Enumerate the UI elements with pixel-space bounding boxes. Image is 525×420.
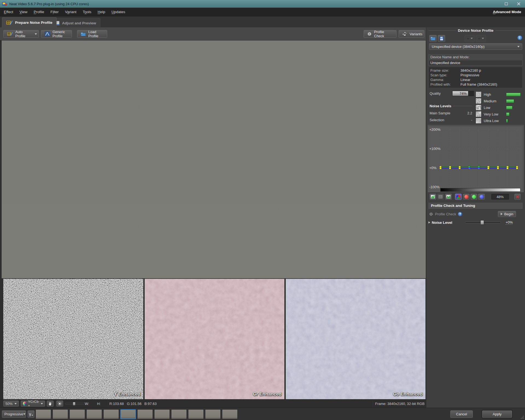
maximize-button[interactable]	[500, 0, 512, 8]
graph-marker[interactable]	[478, 167, 480, 169]
frame-thumbnail-5[interactable]	[103, 409, 119, 419]
height-label: H:	[97, 402, 101, 406]
graph-marker[interactable]	[468, 167, 470, 169]
noise-freq-bar	[506, 119, 508, 123]
advanced-mode-label[interactable]: Advanced Mode	[493, 10, 521, 14]
preview-panel-cb-enhanced[interactable]: Cb Enhanced	[286, 279, 425, 399]
device-name-mode-label: Device Name and Mode:	[428, 54, 523, 59]
open-profile-button[interactable]	[429, 35, 437, 42]
menu-filter[interactable]: Filter	[51, 10, 59, 14]
save-profile-button[interactable]	[438, 35, 445, 42]
device-name-input[interactable]: Unspecified device	[428, 60, 523, 66]
frame-thumbnail-3[interactable]	[69, 409, 85, 419]
begin-button[interactable]: Begin	[498, 211, 516, 217]
neat-video-window: Neat Video 5.6.7 Pro plug-in (using 24 C…	[0, 0, 525, 420]
device-profile-value: Unspecified device (3840x2160p)	[432, 45, 485, 49]
graph-y-tick: +0%	[429, 166, 437, 170]
noise-profile-equalizer-graph[interactable]: +200%+100%+0%-100%	[428, 125, 524, 192]
frame-thumbnail-8[interactable]	[154, 409, 170, 419]
frame-thumbnail-7[interactable]	[137, 409, 153, 419]
rgb-channels-button[interactable]	[455, 194, 462, 200]
info-icon[interactable]: i	[517, 35, 522, 40]
chevron-down-icon	[23, 413, 25, 415]
apply-button[interactable]: Apply	[482, 410, 512, 418]
menu-variant[interactable]: Variant	[65, 10, 77, 14]
slider-thumb[interactable]	[73, 402, 75, 405]
frame-thumbnail-2[interactable]	[52, 409, 68, 419]
variants-button[interactable]: Variants	[399, 30, 424, 38]
channel-value: YCrCb +	[28, 399, 39, 408]
preview-panel-cr-enhanced[interactable]: Cr Enhanced	[145, 279, 284, 399]
detail-label: Frame size:	[430, 68, 460, 73]
main-sample-row: Main Sample 2.2	[430, 111, 472, 115]
selection-label: Selection	[430, 118, 444, 122]
load-profile-button[interactable]: Load Profile	[77, 30, 107, 38]
expander-icon[interactable]	[428, 221, 430, 224]
chevron-down-icon[interactable]	[35, 33, 37, 35]
resize-grip[interactable]	[520, 415, 524, 419]
menu-view[interactable]: View	[19, 10, 27, 14]
menu-profile[interactable]: Profile	[34, 10, 44, 14]
separator	[372, 400, 372, 407]
frame-thumbnail-9[interactable]	[171, 409, 187, 419]
help-icon[interactable]: ?	[458, 212, 462, 216]
frame-thumbnail-10[interactable]	[188, 409, 204, 419]
graph-marker[interactable]	[516, 167, 518, 169]
menu-effect[interactable]: Effect	[4, 10, 13, 14]
red-x-icon	[516, 195, 519, 199]
scan-type-dropdown[interactable]: Progressive	[2, 410, 26, 418]
tab-prepare-noise-profile[interactable]: Prepare Noise Profile	[2, 17, 57, 28]
reset-profile-button[interactable]	[514, 194, 521, 200]
main-sample-label: Main Sample	[430, 111, 450, 115]
detail-label: Profiled with:	[430, 82, 460, 87]
app-icon	[2, 2, 7, 6]
slider-thumb[interactable]	[480, 220, 484, 225]
frame-preview[interactable]	[2, 40, 426, 278]
frame-thumbnail-12[interactable]	[222, 409, 238, 419]
frame-thumbnail-4[interactable]	[86, 409, 102, 419]
graph-marker[interactable]	[449, 167, 451, 169]
gamma-button[interactable]: γ	[28, 410, 34, 418]
graph-marker[interactable]	[497, 167, 499, 169]
blue-channel-button[interactable]	[478, 194, 485, 200]
graph-marker[interactable]	[507, 167, 509, 169]
menu-tools[interactable]: Tools	[83, 10, 91, 14]
panel-title: Device Noise Profile	[428, 28, 523, 33]
chevron-down-icon	[31, 415, 33, 416]
pan-tool-button[interactable]	[47, 401, 54, 407]
cancel-button[interactable]: Cancel	[450, 410, 473, 418]
profile-toolbar: Auto Profile Generic Profile Load Profil…	[0, 27, 426, 40]
noise-level-label: Noise Level	[432, 221, 452, 225]
color-sphere-icon	[23, 402, 26, 406]
graph-marker[interactable]	[440, 167, 442, 169]
frame-thumbnail-1[interactable]	[36, 409, 51, 419]
frame-thumbnail-6[interactable]	[120, 409, 136, 419]
noise-freq-bar	[506, 99, 514, 103]
profile-check-button[interactable]: Profile Check	[364, 30, 396, 38]
green-channel-button[interactable]	[471, 194, 477, 200]
device-profile-dropdown[interactable]: Unspecified device (3840x2160p)	[429, 43, 522, 50]
histogram-view-button[interactable]	[430, 194, 436, 200]
red-channel-button[interactable]	[463, 194, 469, 200]
brightness-button[interactable]	[56, 401, 63, 407]
tab-adjust-and-preview[interactable]: Adjust and Preview	[49, 18, 100, 28]
profile-check-tuning-header: Profile Check and Tuning	[428, 203, 523, 209]
hand-icon	[48, 402, 52, 406]
menu-help[interactable]: Help	[98, 10, 105, 14]
graph-marker[interactable]	[459, 167, 461, 169]
area-view-button[interactable]	[445, 194, 452, 200]
brightness-slider[interactable]	[65, 402, 87, 405]
noise-levels-label: Noise Levels	[430, 104, 451, 108]
preview-panel-y-enhanced[interactable]: Y Enhanced	[3, 279, 143, 399]
button-label: Variants	[410, 32, 422, 36]
channel-mode-dropdown[interactable]: YCrCb +	[21, 401, 45, 407]
auto-profile-button[interactable]: Auto Profile	[3, 30, 39, 38]
noise-level-slider[interactable]	[465, 221, 501, 224]
noise-freq-row-low: Low	[476, 104, 523, 111]
graph-marker[interactable]	[488, 167, 489, 169]
generic-profile-button[interactable]: Generic Profile	[41, 30, 72, 38]
zoom-level-dropdown[interactable]: 50%	[3, 401, 19, 407]
frame-thumbnail-11[interactable]	[205, 409, 221, 419]
close-button[interactable]	[512, 0, 525, 8]
menu-updates[interactable]: Updates	[112, 10, 125, 14]
